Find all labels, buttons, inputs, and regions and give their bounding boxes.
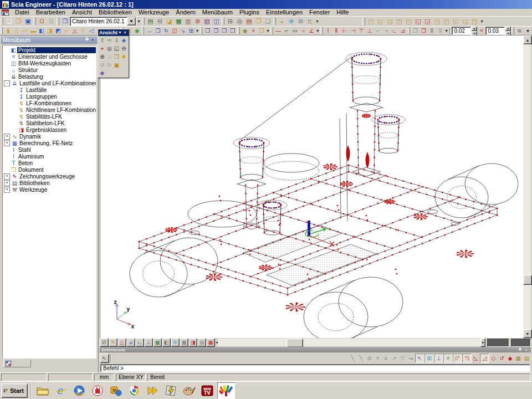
no-entry-icon[interactable]: ⊘ — [193, 17, 202, 25]
tree-item-belastung[interactable]: ⇊Belastung — [3, 73, 96, 80]
circle-icon[interactable]: ○ — [299, 27, 308, 35]
pin-icon[interactable] — [517, 347, 523, 352]
catalog-8-icon[interactable]: ◳ — [432, 17, 442, 25]
numbering-icon[interactable]: ▩ — [197, 338, 206, 347]
snap-triangle-icon[interactable]: ▽ — [398, 354, 407, 362]
zoom-in-icon[interactable]: ⊕ — [99, 53, 106, 60]
table-input-icon[interactable]: ▦ — [514, 354, 523, 362]
beam-icon[interactable]: ▬ — [29, 27, 37, 35]
intersection-snap-icon[interactable]: × — [443, 354, 453, 363]
snap-direction-icon[interactable]: ↗ — [390, 354, 398, 362]
snap-off-icon[interactable]: × — [374, 354, 382, 362]
view-x-icon[interactable]: ⇧ — [99, 37, 106, 44]
light-icon[interactable]: ✹ — [120, 53, 127, 60]
status-plane[interactable]: Ebene XY — [116, 374, 146, 381]
spin-up-icon[interactable]: ▲ — [471, 26, 477, 31]
chevron-down-icon[interactable]: ▼ — [117, 30, 122, 35]
mesh-display-icon[interactable]: ▦ — [180, 338, 188, 347]
menu-bibliotheken[interactable]: Bibliotheken — [95, 9, 135, 16]
catalog-3-icon[interactable]: ◲ — [385, 17, 395, 25]
tree-item-linienraster-und-geschosse[interactable]: ⌗Linienraster und Geschosse — [3, 53, 96, 60]
surfaces-icon[interactable]: ◧ — [162, 338, 171, 347]
scroll-down-icon[interactable]: ▼ — [523, 329, 532, 338]
tree-item-beton[interactable]: TBeton — [3, 160, 96, 166]
vertical-scrollbar[interactable]: ▲ ▼ — [523, 35, 531, 338]
snap-curve-icon[interactable]: ↝ — [407, 354, 415, 362]
report-icon[interactable]: ▤ — [146, 17, 155, 25]
menu-fenster[interactable]: Fenster — [306, 9, 333, 16]
taskbar-paint-icon[interactable] — [181, 383, 197, 398]
tree-item-werkzeuge[interactable]: +⚒Werkzeuge — [3, 186, 96, 193]
start-button[interactable]: Start — [1, 383, 28, 398]
tree-item-zeichnungswerkzeuge[interactable]: +✎Zeichnungswerkzeuge — [3, 173, 96, 180]
beam-mark-4-icon[interactable]: ⊣ — [349, 27, 357, 35]
catalog-4-icon[interactable]: ◳ — [395, 17, 404, 25]
taskbar-file-explorer-icon[interactable] — [34, 383, 51, 398]
catalog-11-icon[interactable]: ◲ — [461, 17, 470, 25]
project-selector[interactable]: Citaro Hinten 26.02.1▼ — [70, 17, 136, 26]
redo-icon[interactable]: Ω — [47, 17, 56, 25]
beam-mark-10-icon[interactable]: ⊿ — [399, 27, 407, 35]
tree-item-stahl[interactable]: ⅠStahl — [3, 146, 96, 153]
close-icon[interactable]: × — [90, 37, 96, 43]
taskbar-wintv-icon[interactable]: WINTV — [199, 383, 216, 398]
tree-item-aluminium[interactable]: ⅠAluminium — [3, 153, 96, 160]
undo-icon[interactable]: Ω — [37, 17, 47, 25]
tree-item-dokument[interactable]: ❒Dokument — [3, 166, 96, 173]
ucs-1-icon[interactable]: ❐ — [203, 27, 212, 35]
mirror-icon[interactable]: ◫ — [170, 27, 178, 35]
beam-mark-1-icon[interactable]: Ⅰ — [324, 27, 332, 35]
ucs-2-icon[interactable]: ❐ — [212, 27, 220, 35]
frame-view-icon[interactable]: ◫ — [212, 17, 221, 25]
open-icon[interactable]: ❒ — [14, 17, 23, 25]
tree-item-nichtlineare-lf-kombinationen[interactable]: ↯Nichtlineare LF-Kombinationen — [3, 106, 96, 113]
column-icon[interactable]: ▭ — [21, 27, 29, 35]
accuracy-icon[interactable]: × — [477, 27, 485, 35]
ucs-icon[interactable]: ⌖ — [99, 45, 106, 52]
panel-tab[interactable] — [3, 360, 31, 367]
save-icon[interactable]: ▣ — [23, 17, 33, 25]
tree-item-projekt[interactable]: ◧Projekt — [3, 47, 96, 53]
spin-up-icon[interactable]: ▲ — [505, 26, 511, 31]
table-export-icon[interactable]: ▦ — [174, 17, 183, 25]
tree-item-struktur[interactable]: ⌂Struktur — [3, 66, 96, 73]
paste-link-icon[interactable]: ❐ — [411, 27, 420, 35]
more-icon[interactable]: ▾ — [524, 27, 532, 35]
haunch-icon[interactable]: ▽ — [79, 27, 87, 35]
menu-hilfe[interactable]: Hilfe — [333, 9, 352, 16]
menu-werkzeuge[interactable]: Werkzeuge — [135, 9, 172, 16]
beam-mark-8-icon[interactable]: ¬ — [382, 27, 391, 35]
rect-icon[interactable]: ▭ — [291, 27, 299, 35]
toolbox-icon[interactable]: ◪ — [165, 17, 174, 25]
beam-mark-3-icon[interactable]: ⊢ — [341, 27, 349, 35]
menu-ansicht[interactable]: Ansicht — [69, 9, 95, 16]
expand-icon[interactable]: + — [4, 134, 10, 140]
catalog-2-icon[interactable]: ◱ — [376, 17, 385, 25]
close-icon[interactable]: × — [122, 30, 127, 35]
catalog-12-icon[interactable]: ◳ — [470, 17, 479, 25]
beam-mark-9-icon[interactable]: ∟ — [391, 27, 399, 35]
expand-icon[interactable]: + — [4, 180, 10, 186]
labels-display-icon[interactable]: ∟ — [135, 338, 144, 347]
view-toolbar-header[interactable]: Ansicht ▼ × — [98, 29, 129, 36]
preview-icon[interactable]: ◎ — [235, 17, 244, 25]
command-input[interactable]: Befehl > — [100, 364, 530, 372]
project-browser-icon[interactable]: ❐ — [60, 17, 70, 25]
snap-size-spinner[interactable]: 0.02▲▼ — [452, 27, 477, 35]
shading-icon[interactable]: ▦ — [153, 338, 162, 347]
tree-item-berechnung-fe-netz[interactable]: +▦Berechnung, FE-Netz — [3, 140, 96, 146]
menu-ndern[interactable]: Ändern — [172, 9, 198, 16]
snap-circle-icon[interactable]: ⊘ — [365, 354, 374, 362]
tree-item-lf-kombinationen[interactable]: ↯LF-Kombinationen — [3, 100, 96, 106]
dropdown-arrow-icon[interactable]: ▾ — [444, 28, 448, 33]
view-y-icon[interactable]: ⇨ — [106, 37, 113, 44]
tree-item-lastgruppen[interactable]: ↧Lastgruppen — [3, 93, 96, 100]
tree-item-stahlbeton-lfk[interactable]: ↯Stahlbeton-LFK — [3, 120, 96, 126]
zoom-doc-icon[interactable]: ⊕ — [287, 17, 296, 25]
model-viewport[interactable]: xyz — [100, 35, 523, 338]
tangent-snap-icon[interactable]: ◇ — [489, 354, 498, 362]
center-snap-icon[interactable]: ↺ — [498, 354, 506, 362]
zoom-all-icon[interactable]: ◎ — [106, 45, 113, 52]
nearest-snap-icon[interactable]: ◺ — [472, 354, 480, 362]
snap-line-icon[interactable]: ╲ — [349, 354, 357, 362]
